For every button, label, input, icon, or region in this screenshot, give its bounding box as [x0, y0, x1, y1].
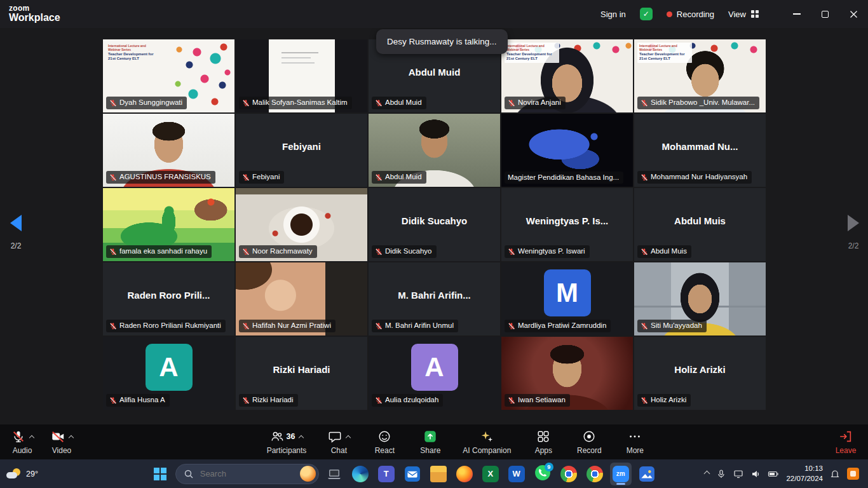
participant-tile[interactable]: Raden Roro Prili...Raden Roro Priliani R… [103, 262, 234, 336]
search-highlight-image[interactable] [300, 466, 316, 482]
search-input[interactable] [199, 468, 288, 479]
name-pill: Abdul Muid [372, 97, 426, 109]
close-button[interactable] [839, 0, 868, 28]
participant-tile[interactable]: International Lecture and Webinar Series… [103, 39, 234, 112]
file-explorer-icon[interactable] [428, 463, 449, 485]
firefox-icon[interactable] [454, 463, 475, 485]
participant-tile[interactable]: Holiz ArizkiHoliz Arizki [634, 337, 766, 410]
taskbar-search[interactable] [175, 464, 319, 484]
name-pill: Hafifah Nur Azmi Pratiwi [239, 320, 336, 332]
chrome-icon-2[interactable] [584, 463, 606, 485]
photos-icon[interactable] [636, 463, 658, 485]
video-button[interactable]: Video [42, 424, 81, 459]
muted-mic-icon [641, 99, 648, 107]
apps-grid-icon [536, 430, 550, 444]
tray-mic-icon[interactable] [716, 469, 726, 479]
participants-button[interactable]: 36 Participants [261, 424, 313, 459]
tray-display-icon[interactable] [733, 469, 743, 479]
react-button[interactable]: React [365, 424, 404, 459]
ai-companion-label: AI Companion [463, 446, 511, 455]
participant-tile[interactable]: International Lecture and Webinar Series… [501, 39, 633, 112]
participant-tile[interactable]: M. Bahri Arifin...M. Bahri Arifin Unmul [369, 262, 500, 336]
desktop-app-icon[interactable] [323, 463, 345, 485]
participant-name: Mohammad Nur Hadiyansyah [651, 173, 747, 181]
tray-chevron-up-icon[interactable] [704, 471, 710, 477]
start-button[interactable] [149, 463, 171, 485]
apps-button[interactable]: Apps [524, 424, 563, 459]
participant-tile[interactable]: Noor Rachmawaty [236, 188, 367, 261]
participant-tile[interactable]: MMardliya Pratiwi Zamruddin [501, 262, 633, 336]
sign-in-button[interactable]: Sign in [600, 10, 626, 19]
chat-options-caret[interactable] [346, 435, 351, 440]
participant-name: Abdul Muid [385, 99, 422, 107]
participant-tile[interactable]: Iwan Setiawan [501, 337, 633, 410]
participant-name: Weningtyas P. Iswari [518, 248, 585, 255]
zoom-app-icon[interactable]: zm [610, 463, 632, 485]
chrome-icon-1[interactable] [558, 463, 580, 485]
participant-tile[interactable]: Weningtyas P. Is...Weningtyas P. Iswari [501, 188, 633, 261]
weather-widget[interactable]: 29° [6, 468, 102, 480]
participant-tile[interactable]: International Lecture and Webinar Series… [634, 39, 766, 112]
view-button[interactable]: View [728, 10, 759, 19]
tray-battery-icon[interactable] [768, 469, 779, 479]
word-icon[interactable]: W [506, 463, 527, 485]
ai-companion-button[interactable]: AI Companion [456, 424, 517, 459]
participant-name: famala eka sanhadi rahayu [119, 248, 207, 255]
taskbar-clock[interactable]: 10:13 22/07/2024 [786, 464, 823, 484]
participant-name: Rizki Hariadi [252, 396, 294, 404]
participant-tile[interactable]: AAlifia Husna A [103, 337, 234, 410]
slide-title-text: Teacher Development for 21st Century ELT [639, 52, 690, 62]
participant-tile[interactable]: Abdul MuisAbdul Muis [634, 188, 766, 261]
muted-mic-icon [641, 173, 648, 181]
participant-name: Mardliya Pratiwi Zamruddin [518, 322, 606, 330]
record-button[interactable]: Record [569, 424, 609, 459]
mail-icon[interactable] [402, 463, 423, 485]
gallery-prev-page[interactable]: 2/2 [10, 215, 22, 250]
name-pill: Abdul Muis [637, 245, 691, 258]
clock-time: 10:13 [786, 464, 823, 474]
name-pill: Iwan Setiawan [505, 394, 570, 407]
tray-notification-bell-icon[interactable] [830, 469, 840, 479]
edge-icon[interactable] [349, 463, 371, 485]
chat-button[interactable]: Chat [319, 424, 358, 459]
gallery-next-page[interactable]: 2/2 [848, 215, 859, 250]
whatsapp-icon[interactable]: 9 [532, 463, 553, 485]
participant-tile[interactable]: Abdul Muid [369, 114, 500, 187]
recording-indicator[interactable]: Recording [667, 10, 714, 19]
more-button[interactable]: More [615, 424, 654, 459]
participant-name: Febiyani [252, 173, 280, 181]
participant-tile[interactable]: Mohammad Nu...Mohammad Nur Hadiyansyah [634, 114, 766, 187]
muted-mic-icon [375, 248, 383, 255]
participant-name: Malik Sofyan-Sanimas Kaltim [252, 99, 348, 107]
name-pill: Magister Pendidikan Bahasa Ing... [505, 172, 623, 184]
teams-icon[interactable]: T [376, 463, 397, 485]
audio-button[interactable]: Audio [3, 424, 42, 459]
tray-volume-icon[interactable] [750, 469, 761, 479]
chevron-right-icon [848, 215, 859, 231]
muted-mic-icon [109, 173, 117, 181]
weather-temp: 29° [26, 470, 38, 478]
excel-icon[interactable]: X [480, 463, 501, 485]
participant-tile[interactable]: Magister Pendidikan Bahasa Ing... [501, 114, 633, 187]
participant-tile[interactable]: AAulia dzulqoidah [369, 337, 500, 410]
participant-tile[interactable]: Didik SucahyoDidik Sucahyo [369, 188, 500, 261]
participant-tile[interactable]: Malik Sofyan-Sanimas Kaltim [236, 39, 367, 112]
minimize-button[interactable] [782, 0, 811, 28]
name-pill: Mardliya Pratiwi Zamruddin [505, 320, 611, 332]
participant-tile[interactable]: AGUSTINUS FRANSISKUS [103, 114, 234, 187]
audio-options-caret[interactable] [29, 435, 34, 440]
participant-tile[interactable]: FebiyaniFebiyani [236, 114, 367, 187]
maximize-button[interactable] [811, 0, 839, 28]
leave-button[interactable]: Leave [826, 424, 865, 459]
share-button[interactable]: Share [410, 424, 450, 459]
participants-options-caret[interactable] [299, 435, 304, 440]
participant-tile[interactable]: famala eka sanhadi rahayu [103, 188, 234, 261]
name-pill: Noor Rachmawaty [239, 245, 317, 258]
video-options-caret[interactable] [68, 435, 73, 440]
share-screen-icon [423, 430, 437, 444]
tray-orange-app-icon[interactable] [847, 468, 859, 480]
participant-tile[interactable]: Hafifah Nur Azmi Pratiwi [236, 262, 367, 336]
security-shield-icon[interactable] [640, 8, 653, 20]
participant-tile[interactable]: Rizki HariadiRizki Hariadi [236, 337, 367, 410]
participant-tile[interactable]: Siti Mu'ayyadah [634, 262, 766, 336]
